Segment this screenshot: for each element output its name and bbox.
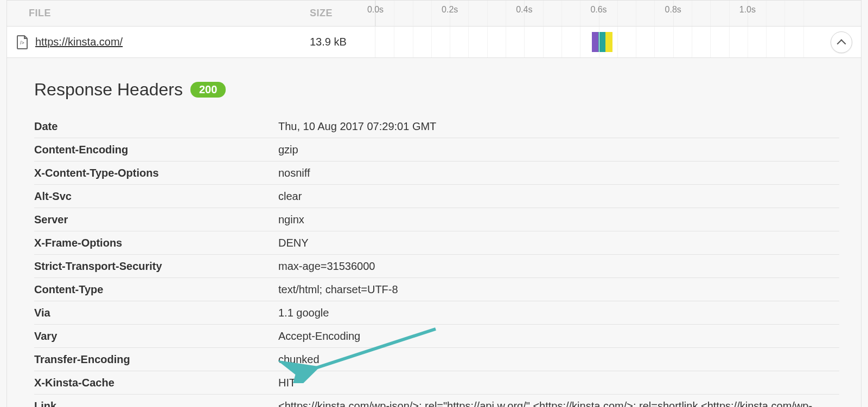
minor-tick bbox=[636, 1, 636, 26]
header-value: nosniff bbox=[278, 165, 839, 181]
header-row: X-Content-Type-Optionsnosniff bbox=[34, 161, 839, 184]
header-key: Strict-Transport-Security bbox=[34, 258, 278, 274]
tick-label: 0.6s bbox=[590, 5, 607, 15]
tick-label: 0.0s bbox=[367, 5, 384, 15]
tick-label: 0.2s bbox=[442, 5, 458, 15]
minor-tick bbox=[803, 1, 804, 26]
header-row: X-Frame-OptionsDENY bbox=[34, 231, 839, 254]
file-url-link[interactable]: https://kinsta.com/ bbox=[35, 36, 123, 48]
header-key: X-Kinsta-Cache bbox=[34, 374, 278, 391]
file-size: 13.9 kB bbox=[310, 36, 375, 48]
minor-tick bbox=[692, 1, 692, 26]
collapse-button[interactable] bbox=[831, 31, 852, 53]
headers-list: DateThu, 10 Aug 2017 07:29:01 GMTContent… bbox=[34, 115, 839, 407]
timeline-header: 0.0s0.2s0.4s0.6s0.8s1.0s bbox=[375, 1, 822, 26]
header-row: Servernginx bbox=[34, 208, 839, 231]
chevron-up-icon bbox=[837, 39, 846, 48]
minor-tick bbox=[543, 1, 544, 26]
header-key: Alt-Svc bbox=[34, 188, 278, 204]
tick-label: 0.4s bbox=[516, 5, 532, 15]
minor-tick bbox=[654, 1, 655, 26]
header-value: clear bbox=[278, 188, 839, 204]
header-row: DateThu, 10 Aug 2017 07:29:01 GMT bbox=[34, 115, 839, 138]
minor-tick bbox=[729, 1, 730, 26]
minor-tick bbox=[506, 1, 506, 26]
minor-tick bbox=[468, 1, 469, 26]
section-title: Response Headers 200 bbox=[34, 80, 839, 100]
minor-tick bbox=[487, 1, 488, 26]
header-row: Alt-Svcclear bbox=[34, 184, 839, 208]
header-row: VaryAccept-Encoding bbox=[34, 324, 839, 347]
header-row: Content-Encodinggzip bbox=[34, 138, 839, 161]
header-key: Server bbox=[34, 211, 278, 228]
minor-tick bbox=[617, 1, 618, 26]
minor-tick bbox=[580, 1, 580, 26]
header-value: <https://kinsta.com/wp-json/>; rel="http… bbox=[278, 398, 839, 407]
header-value: chunked bbox=[278, 351, 839, 367]
header-value: max-age=31536000 bbox=[278, 258, 839, 274]
header-key: Content-Type bbox=[34, 281, 278, 298]
header-key: Via bbox=[34, 305, 278, 321]
header-value: text/html; charset=UTF-8 bbox=[278, 281, 839, 298]
header-key: Link bbox=[34, 398, 278, 407]
header-key: Date bbox=[34, 118, 278, 134]
svg-text:/>: /> bbox=[20, 40, 24, 46]
waterfall-panel: FILE SIZE 0.0s0.2s0.4s0.6s0.8s1.0s /> ht… bbox=[7, 0, 861, 407]
minor-tick bbox=[413, 1, 413, 26]
header-key: X-Content-Type-Options bbox=[34, 165, 278, 181]
header-key: Content-Encoding bbox=[34, 141, 278, 158]
header-value: DENY bbox=[278, 235, 839, 251]
header-value: HIT bbox=[278, 374, 839, 391]
waterfall-segment bbox=[592, 32, 598, 52]
header-row: X-Kinsta-CacheHIT bbox=[34, 371, 839, 394]
header-value: Thu, 10 Aug 2017 07:29:01 GMT bbox=[278, 118, 839, 134]
col-file-header: FILE bbox=[7, 8, 310, 19]
header-key: X-Frame-Options bbox=[34, 235, 278, 251]
minor-tick bbox=[394, 1, 394, 26]
waterfall-bar bbox=[592, 32, 612, 52]
header-value: 1.1 google bbox=[278, 305, 839, 321]
waterfall-segment bbox=[605, 32, 612, 52]
status-badge: 200 bbox=[190, 82, 226, 98]
header-key: Transfer-Encoding bbox=[34, 351, 278, 367]
header-row: Link<https://kinsta.com/wp-json/>; rel="… bbox=[34, 394, 839, 407]
header-row: Content-Typetext/html; charset=UTF-8 bbox=[34, 277, 839, 301]
minor-tick bbox=[561, 1, 562, 26]
minor-tick bbox=[784, 1, 785, 26]
minor-tick bbox=[431, 1, 432, 26]
minor-tick bbox=[710, 1, 711, 26]
header-key: Vary bbox=[34, 328, 278, 344]
section-title-text: Response Headers bbox=[34, 80, 183, 100]
header-value: nginx bbox=[278, 211, 839, 228]
document-icon: /> bbox=[16, 35, 29, 49]
waterfall-header: FILE SIZE 0.0s0.2s0.4s0.6s0.8s1.0s bbox=[7, 1, 861, 27]
tick-label: 1.0s bbox=[739, 5, 756, 15]
header-row: Strict-Transport-Securitymax-age=3153600… bbox=[34, 254, 839, 277]
timeline-cell bbox=[375, 27, 822, 57]
tick-label: 0.8s bbox=[665, 5, 681, 15]
header-row: Via1.1 google bbox=[34, 301, 839, 324]
waterfall-segment bbox=[598, 32, 605, 52]
col-size-header: SIZE bbox=[310, 8, 375, 19]
header-value: gzip bbox=[278, 141, 839, 158]
file-cell: /> https://kinsta.com/ bbox=[7, 35, 310, 49]
header-row: Transfer-Encodingchunked bbox=[34, 347, 839, 371]
file-row: /> https://kinsta.com/ 13.9 kB bbox=[7, 27, 861, 58]
minor-tick bbox=[766, 1, 767, 26]
response-details: Response Headers 200 DateThu, 10 Aug 201… bbox=[7, 58, 861, 407]
header-value: Accept-Encoding bbox=[278, 328, 839, 344]
